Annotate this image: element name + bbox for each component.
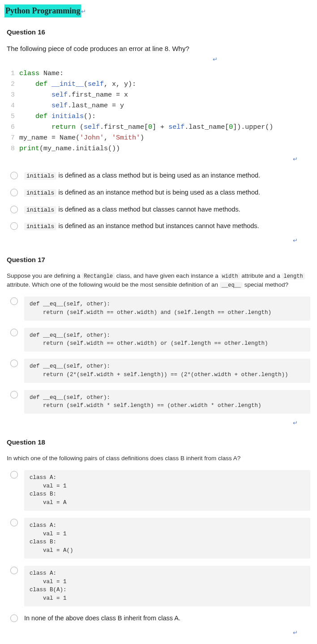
radio-icon[interactable] [10, 567, 18, 574]
code-box: class A: val = 1 class B(A): val = 1 [24, 566, 310, 606]
code-box: def __eq__(self, other): return (self.wi… [24, 390, 310, 414]
page-title-wrap: Python Programming↵ [0, 0, 317, 17]
radio-icon[interactable] [10, 391, 18, 398]
enter-icon: ↵ [293, 419, 298, 428]
q18-prompt: In which one of the following pairs of c… [7, 454, 310, 463]
inline-code: width [220, 273, 240, 280]
radio-icon[interactable] [10, 297, 18, 305]
q17-option-4[interactable]: def __eq__(self, other): return (self.wi… [10, 390, 310, 414]
option-text: is defined as a class method but is bein… [56, 172, 260, 179]
option-text: is defined as a class method but classes… [56, 206, 240, 213]
enter-icon-row: ↵ [7, 154, 310, 164]
enter-icon-row: ↵ [7, 628, 310, 637]
q16-option-2[interactable]: initials is defined as an instance metho… [10, 188, 310, 198]
q16-prompt: The following piece of code produces an … [7, 44, 310, 54]
enter-icon-row: ↵ [7, 236, 310, 245]
option-text: is defined as an instance method but ins… [56, 222, 259, 229]
radio-icon[interactable] [10, 206, 18, 213]
code-box: class A: val = 1 class B: val = A() [24, 518, 310, 559]
q18-option-3[interactable]: class A: val = 1 class B(A): val = 1 [10, 566, 310, 606]
line-number: 4 [7, 101, 15, 111]
line-number: 3 [7, 90, 15, 101]
q18-option-4[interactable]: In none of the above does class B inheri… [10, 614, 310, 623]
radio-icon[interactable] [10, 222, 18, 230]
q16-code-block: 1class Name: 2 def __init__(self, x, y):… [7, 68, 310, 154]
line-number: 1 [7, 68, 15, 79]
enter-icon-row: ↵ [7, 418, 310, 428]
line-number: 8 [7, 144, 15, 154]
radio-icon[interactable] [10, 471, 18, 479]
radio-icon[interactable] [10, 189, 18, 196]
q17-prompt: Suppose you are defining a Rectangle cla… [7, 271, 310, 290]
line-number: 6 [7, 122, 15, 133]
q16-option-1[interactable]: initials is defined as a class method bu… [10, 171, 310, 181]
q17-heading: Question 17 [7, 255, 310, 265]
q16-option-3[interactable]: initials is defined as a class method bu… [10, 205, 310, 215]
line-number: 2 [7, 79, 15, 90]
radio-icon[interactable] [10, 360, 18, 367]
radio-icon[interactable] [10, 172, 18, 179]
inline-code: length [282, 273, 304, 280]
page-title: Python Programming [4, 4, 81, 17]
line-number: 7 [7, 133, 15, 144]
inline-code: initials [24, 189, 56, 197]
enter-icon: ↵ [293, 628, 298, 637]
enter-icon: ↵ [293, 155, 298, 164]
q18-option-1[interactable]: class A: val = 1 class B: val = A [10, 470, 310, 511]
content: Question 16 The following piece of code … [0, 27, 317, 637]
q17-option-2[interactable]: def __eq__(self, other): return (self.wi… [10, 328, 310, 352]
enter-icon: ↵ [81, 7, 86, 16]
code-box: def __eq__(self, other): return (self.wi… [24, 328, 310, 352]
q18-option-2[interactable]: class A: val = 1 class B: val = A() [10, 518, 310, 559]
code-box: class A: val = 1 class B: val = A [24, 470, 310, 511]
q18-heading: Question 18 [7, 437, 310, 448]
q17-option-1[interactable]: def __eq__(self, other): return (self.wi… [10, 297, 310, 321]
inline-code: initials [24, 223, 56, 230]
q17-option-3[interactable]: def __eq__(self, other): return (2*(self… [10, 359, 310, 383]
line-number: 5 [7, 111, 15, 122]
option-text: In none of the above does class B inheri… [24, 614, 310, 623]
code-box: def __eq__(self, other): return (self.wi… [24, 297, 310, 321]
enter-icon-row: ↵ [7, 55, 310, 64]
radio-icon[interactable] [10, 329, 18, 336]
inline-code: initials [24, 206, 56, 214]
enter-icon: ↵ [293, 236, 298, 245]
inline-code: initials [24, 172, 56, 180]
option-text: is defined as an instance method but is … [56, 189, 260, 196]
radio-icon[interactable] [10, 519, 18, 526]
q16-option-4[interactable]: initials is defined as an instance metho… [10, 221, 310, 231]
enter-icon: ↵ [213, 55, 218, 64]
code-box: def __eq__(self, other): return (2*(self… [24, 359, 310, 383]
q16-heading: Question 16 [7, 27, 310, 38]
radio-icon[interactable] [10, 614, 18, 622]
inline-code: __eq__ [220, 282, 243, 288]
inline-code: Rectangle [82, 273, 115, 280]
